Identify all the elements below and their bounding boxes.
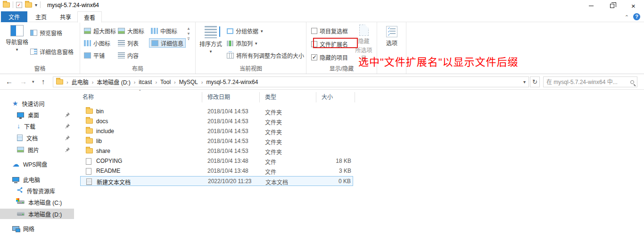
search-input[interactable] [546, 79, 622, 85]
up-button[interactable]: ↑ [41, 77, 45, 85]
column-divider[interactable] [202, 92, 202, 102]
computer-icon [12, 177, 19, 182]
back-button[interactable]: ← [6, 77, 13, 85]
navigation-pane-button[interactable]: 导航窗格 ▾ [6, 25, 28, 52]
sidebar-item-documents[interactable]: 文档 [0, 133, 74, 143]
sidebar-item-czbk-library[interactable]: 传智资源库 [0, 185, 74, 196]
address-bar[interactable]: › 此电脑 › 本地磁盘 (D:) › itcast › Tool › MySQ… [53, 76, 529, 87]
add-columns-button[interactable]: 添加列 ▾ [227, 39, 257, 47]
column-header-size[interactable]: 大小 [322, 93, 333, 101]
tab-view[interactable]: 查看 [77, 11, 102, 23]
column-divider[interactable] [259, 92, 260, 102]
layout-gallery-scroll[interactable]: ▲ ▼ ⊽ [187, 27, 190, 41]
group-by-icon [227, 28, 233, 34]
close-button[interactable]: × [623, 0, 644, 11]
sidebar-item-drive-d-selected[interactable]: 本地磁盘 (D:) [0, 209, 74, 219]
size-all-columns-button[interactable]: 将所有列调整为合适的大小 [227, 51, 304, 59]
folder-icon [86, 148, 93, 153]
layout-content[interactable]: 内容 [116, 51, 140, 60]
layout-extra-large-icons[interactable]: 超大图标 [82, 26, 118, 35]
breadcrumb-itcast[interactable]: itcast [139, 79, 152, 85]
file-row-bin[interactable]: bin 2018/10/4 14:53 文件夹 [80, 107, 353, 117]
options-button[interactable]: 选项 [381, 26, 403, 47]
file-row-docs[interactable]: docs 2018/10/4 14:53 文件夹 [80, 117, 353, 126]
sidebar-item-wps-cloud[interactable]: ☁ WPS网盘 [0, 159, 74, 169]
breadcrumb-drive-d[interactable]: 本地磁盘 (D:) [97, 78, 130, 86]
restore-button[interactable] [602, 0, 623, 11]
checkbox-checked-icon[interactable] [311, 54, 317, 60]
breadcrumb-mysql[interactable]: MySQL [179, 79, 198, 85]
group-by-button[interactable]: 分组依据 ▾ [227, 27, 263, 35]
column-header-type[interactable]: 类型 [265, 93, 276, 101]
details-view-icon [151, 40, 158, 46]
sidebar-item-downloads[interactable]: ↓ 下载 [0, 121, 74, 131]
file-row-new-text-document-selected[interactable]: 新建文本文档 2022/10/20 11:23 文本文档 0 KB [80, 176, 353, 186]
scroll-up-icon[interactable]: ▲ [187, 27, 190, 31]
sidebar-item-network[interactable]: 网络 [0, 223, 74, 234]
sidebar-item-pictures[interactable]: 图片 [0, 144, 74, 155]
column-header-name[interactable]: 名称 [83, 93, 94, 101]
column-header-date[interactable]: 修改日期 [207, 93, 230, 101]
layout-list[interactable]: 列表 [116, 38, 140, 48]
sidebar-item-label: WPS网盘 [23, 160, 47, 168]
tab-home[interactable]: 主页 [29, 11, 53, 22]
refresh-button[interactable]: ↻ [530, 76, 540, 87]
tab-file[interactable]: 文件 [1, 11, 27, 22]
file-row-include[interactable]: include 2018/10/4 14:53 文件夹 [80, 126, 353, 136]
medium-icons-icon [151, 28, 158, 34]
customize-qat-icon[interactable] [35, 1, 37, 8]
sidebar-item-drive-c[interactable]: 本地磁盘 (C:) [0, 197, 74, 207]
layout-medium-icons[interactable]: 中图标 [149, 26, 179, 35]
file-row-readme[interactable]: README 2018/10/4 13:48 文件 3 KB [80, 166, 353, 176]
address-dropdown-icon[interactable]: ▾ [523, 79, 526, 84]
download-arrow-icon: ↓ [17, 123, 20, 129]
file-list: 名称 ˆ 修改日期 类型 大小 bin 2018/10/4 14:53 文件夹 … [74, 90, 644, 236]
divider [40, 1, 41, 8]
collapse-ribbon-icon[interactable]: ⌃ [625, 14, 629, 20]
properties-check-icon[interactable]: ✓ [16, 2, 22, 8]
column-divider[interactable] [355, 92, 355, 102]
file-name: README [96, 168, 120, 174]
explorer-window: ✓ mysql-5.7.24-winx64 × 文件 主页 共享 查看 ⌃ ? … [0, 0, 644, 236]
preview-pane-button[interactable]: 预览窗格 [30, 29, 62, 37]
hidden-items-checkbox[interactable]: 隐藏的项目 [311, 53, 348, 61]
options-icon [386, 26, 397, 37]
search-icon[interactable] [630, 80, 634, 84]
details-pane-button[interactable]: 详细信息窗格 [30, 48, 74, 56]
help-icon[interactable]: ? [633, 13, 640, 20]
file-type: 文件夹 [265, 148, 282, 156]
sort-by-button[interactable]: 排序方式 ▾ [198, 26, 223, 54]
breadcrumb-current-folder[interactable]: mysql-5.7.24-winx64 [206, 79, 258, 85]
recent-locations-icon[interactable]: ▾ [32, 79, 34, 84]
tab-share[interactable]: 共享 [54, 11, 77, 22]
file-date: 2022/10/20 11:23 [208, 178, 252, 185]
size-all-columns-icon [227, 53, 234, 59]
crumb-separator: › [174, 79, 176, 85]
sidebar-item-desktop[interactable]: 桌面 [0, 110, 74, 120]
more-layouts-icon[interactable]: ⊽ [187, 37, 190, 41]
sidebar-item-quick-access[interactable]: ★ 快速访问 [0, 98, 74, 109]
scroll-down-icon[interactable]: ▼ [187, 32, 190, 36]
checkbox-unchecked-icon[interactable] [311, 28, 317, 34]
crumb-separator: › [134, 79, 136, 85]
file-row-copying[interactable]: COPYING 2018/10/4 13:48 文件 18 KB [80, 156, 353, 166]
add-columns-icon [227, 41, 233, 46]
forward-button[interactable]: → [20, 77, 27, 85]
file-icon [86, 158, 91, 165]
breadcrumb-this-pc[interactable]: 此电脑 [72, 78, 89, 86]
breadcrumb-tool[interactable]: Tool [160, 79, 171, 85]
layout-large-icons[interactable]: 大图标 [116, 26, 146, 35]
file-row-share[interactable]: share 2018/10/4 14:53 文件夹 [80, 146, 353, 156]
layout-small-icons[interactable]: 小图标 [82, 38, 112, 48]
item-checkboxes-checkbox[interactable]: 项目复选框 [311, 27, 348, 35]
layout-details-selected[interactable]: 详细信息 [149, 38, 186, 48]
column-divider[interactable] [316, 92, 316, 102]
file-type: 文本文档 [265, 178, 288, 186]
layout-tiles[interactable]: 平铺 [82, 51, 107, 60]
sidebar-item-this-pc[interactable]: 此电脑 [0, 174, 74, 185]
file-row-lib[interactable]: lib 2018/10/4 14:53 文件夹 [80, 136, 353, 146]
minimize-button[interactable] [580, 0, 602, 11]
new-folder-icon[interactable] [25, 2, 32, 8]
search-box[interactable] [543, 76, 637, 87]
item-checkboxes-label: 项目复选框 [320, 27, 348, 35]
